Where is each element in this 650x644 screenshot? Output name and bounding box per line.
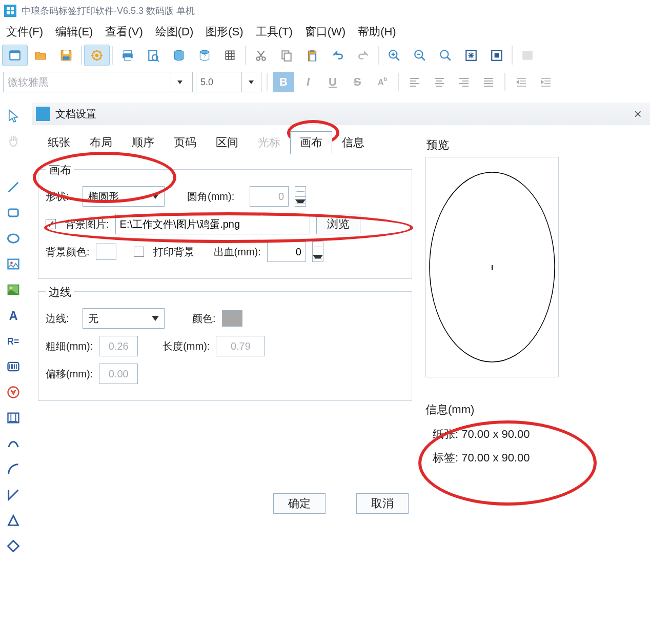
corner-input[interactable] bbox=[250, 186, 289, 207]
border-label: 边线: bbox=[46, 312, 76, 326]
tab-layout[interactable]: 布局 bbox=[80, 131, 122, 155]
image-tool[interactable] bbox=[0, 251, 27, 277]
save-button[interactable] bbox=[53, 45, 79, 66]
menu-help[interactable]: 帮助(H) bbox=[355, 22, 399, 42]
tab-paper[interactable]: 纸张 bbox=[38, 131, 80, 155]
hand-tool[interactable] bbox=[0, 128, 27, 154]
text-tool[interactable]: A bbox=[0, 303, 27, 328]
side-toolbar: A R= bbox=[0, 103, 30, 559]
align-center-button[interactable] bbox=[429, 72, 450, 92]
tab-range[interactable]: 区间 bbox=[206, 131, 248, 155]
menu-edit[interactable]: 编辑(E) bbox=[52, 22, 96, 42]
border-group: 边线 边线: 无 颜色: 粗细(mm): bbox=[38, 291, 412, 401]
label-info: 标签: 70.00 x 90.00 bbox=[433, 450, 644, 466]
font-size-value[interactable] bbox=[196, 77, 241, 88]
ok-button[interactable]: 确定 bbox=[273, 493, 326, 514]
border-value: 无 bbox=[88, 312, 98, 326]
picture-tool[interactable] bbox=[0, 277, 27, 303]
copy-button[interactable] bbox=[274, 45, 299, 66]
chevron-down-icon bbox=[152, 316, 159, 321]
qr-tool[interactable] bbox=[0, 379, 27, 405]
border-select[interactable]: 无 bbox=[83, 308, 165, 329]
bg-image-check[interactable]: ✓ bbox=[46, 219, 56, 229]
grid-button[interactable] bbox=[217, 45, 243, 66]
zoom-in-button[interactable] bbox=[381, 45, 407, 66]
bold-button[interactable]: B bbox=[273, 72, 294, 92]
rect-tool[interactable] bbox=[0, 200, 27, 226]
open-button[interactable] bbox=[28, 45, 53, 66]
cut-button[interactable] bbox=[248, 45, 274, 66]
tab-canvas[interactable]: 画布 bbox=[290, 131, 332, 155]
tab-page[interactable]: 页码 bbox=[164, 131, 206, 155]
zoom-out-button[interactable] bbox=[407, 45, 433, 66]
bg-color-box[interactable] bbox=[96, 244, 116, 260]
more-button[interactable] bbox=[515, 45, 540, 66]
svg-rect-8 bbox=[63, 56, 70, 60]
ellipse-tool[interactable] bbox=[0, 226, 27, 251]
database-button[interactable] bbox=[166, 45, 192, 66]
shape-value: 椭圆形 bbox=[88, 190, 119, 204]
menu-graphic[interactable]: 图形(S) bbox=[202, 22, 246, 42]
diamond-tool[interactable] bbox=[0, 533, 27, 559]
line-tool[interactable] bbox=[0, 174, 27, 200]
print-button[interactable] bbox=[115, 45, 140, 66]
arc-tool[interactable] bbox=[0, 456, 27, 482]
menu-tool[interactable]: 工具(T) bbox=[253, 22, 296, 42]
align-left-button[interactable] bbox=[404, 72, 425, 92]
tab-cursor[interactable]: 光标 bbox=[248, 131, 290, 155]
indent-button[interactable] bbox=[511, 72, 532, 92]
zoom-fit-button[interactable] bbox=[433, 45, 458, 66]
center-button[interactable] bbox=[484, 45, 510, 66]
redo-button[interactable] bbox=[351, 45, 376, 66]
bleed-spinner[interactable] bbox=[312, 242, 323, 262]
browse-button[interactable]: 浏览 bbox=[316, 214, 360, 234]
shape-select[interactable]: 椭圆形 bbox=[83, 186, 165, 207]
align-right-button[interactable] bbox=[453, 72, 475, 92]
strike-button[interactable]: S bbox=[347, 72, 368, 92]
settings-button[interactable] bbox=[84, 45, 110, 66]
menu-view[interactable]: 查看(V) bbox=[102, 22, 146, 42]
polygon-tool[interactable] bbox=[0, 482, 27, 508]
corner-spinner[interactable] bbox=[295, 186, 306, 207]
fit-button[interactable] bbox=[458, 45, 484, 66]
svg-rect-23 bbox=[285, 53, 291, 61]
data-button[interactable]: ? bbox=[192, 45, 217, 66]
curve-tool[interactable] bbox=[0, 431, 27, 456]
align-justify-button[interactable] bbox=[478, 72, 499, 92]
svg-line-39 bbox=[9, 183, 18, 192]
new-button[interactable] bbox=[2, 45, 28, 66]
bg-image-path[interactable] bbox=[115, 214, 310, 234]
preview-button[interactable] bbox=[140, 45, 166, 66]
font-value: 微软雅黑 bbox=[8, 75, 49, 89]
triangle-tool[interactable] bbox=[0, 508, 27, 533]
outdent-button[interactable] bbox=[535, 72, 557, 92]
paste-button[interactable] bbox=[299, 45, 325, 66]
svg-rect-26 bbox=[310, 54, 316, 61]
rich-text-tool[interactable]: R= bbox=[0, 328, 27, 354]
tab-info[interactable]: 信息 bbox=[332, 131, 374, 155]
font-size-input[interactable] bbox=[196, 72, 261, 92]
offset-input[interactable] bbox=[99, 364, 138, 384]
table-tool[interactable] bbox=[0, 405, 27, 431]
cancel-button[interactable]: 取消 bbox=[356, 493, 409, 514]
menu-file[interactable]: 文件(F) bbox=[3, 22, 46, 42]
italic-button[interactable]: I bbox=[297, 72, 319, 92]
print-bg-check[interactable] bbox=[134, 247, 144, 257]
menu-window[interactable]: 窗口(W) bbox=[302, 22, 349, 42]
preview-label: 预览 bbox=[426, 137, 644, 153]
length-input[interactable] bbox=[216, 336, 265, 356]
svg-rect-52 bbox=[492, 265, 493, 270]
border-color-box[interactable] bbox=[222, 310, 242, 327]
bleed-input[interactable] bbox=[267, 242, 306, 262]
thickness-input[interactable] bbox=[99, 336, 138, 356]
barcode-tool[interactable] bbox=[0, 354, 27, 379]
pointer-tool[interactable] bbox=[0, 103, 27, 128]
tab-order[interactable]: 顺序 bbox=[122, 131, 164, 155]
svg-rect-1 bbox=[11, 7, 14, 10]
font-select[interactable]: 微软雅黑 bbox=[3, 72, 193, 92]
underline-button[interactable]: U bbox=[322, 72, 343, 92]
close-button[interactable]: × bbox=[630, 106, 646, 122]
undo-button[interactable] bbox=[325, 45, 351, 66]
menu-draw[interactable]: 绘图(D) bbox=[152, 22, 197, 42]
superscript-button[interactable]: Ab bbox=[371, 72, 393, 92]
